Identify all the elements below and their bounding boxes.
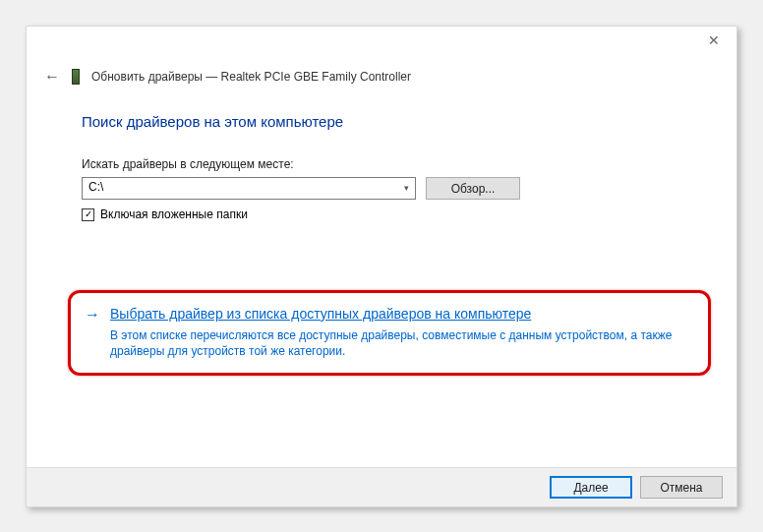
page-heading: Поиск драйверов на этом компьютере	[82, 113, 697, 130]
browse-button[interactable]: Обзор...	[426, 177, 520, 200]
search-location-label: Искать драйверы в следующем месте:	[82, 157, 697, 171]
arrow-right-icon: →	[85, 306, 100, 324]
include-subfolders-row: ✓ Включая вложенные папки	[82, 207, 697, 221]
path-value: C:\	[88, 180, 103, 194]
chevron-down-icon[interactable]: ▾	[404, 183, 409, 193]
include-subfolders-label: Включая вложенные папки	[100, 207, 248, 221]
driver-update-dialog: ✕ ← Обновить драйверы — Realtek PCIe GBE…	[26, 26, 737, 507]
content-area: Поиск драйверов на этом компьютере Искат…	[82, 113, 697, 376]
next-button[interactable]: Далее	[550, 476, 632, 499]
command-title: Выбрать драйвер из списка доступных драй…	[110, 305, 531, 324]
back-arrow-icon[interactable]: ←	[44, 68, 60, 86]
include-subfolders-checkbox[interactable]: ✓	[82, 208, 94, 221]
cancel-button[interactable]: Отмена	[640, 476, 723, 499]
path-combobox[interactable]: C:\ ▾	[82, 177, 416, 200]
path-row: C:\ ▾ Обзор...	[82, 177, 697, 200]
dialog-title: Обновить драйверы — Realtek PCIe GBE Fam…	[91, 70, 411, 84]
close-icon[interactable]: ✕	[699, 32, 729, 52]
device-icon	[72, 69, 80, 85]
pick-from-list-command[interactable]: → Выбрать драйвер из списка доступных др…	[68, 290, 711, 376]
command-head: → Выбрать драйвер из списка доступных др…	[85, 305, 694, 324]
dialog-footer: Далее Отмена	[27, 467, 736, 506]
command-description: В этом списке перечисляются все доступны…	[110, 327, 694, 359]
dialog-header: ← Обновить драйверы — Realtek PCIe GBE F…	[44, 68, 411, 86]
